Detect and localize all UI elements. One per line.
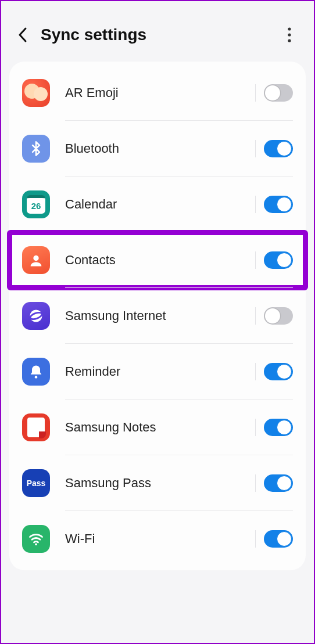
list-item: Bluetooth [9,121,306,177]
bluetooth-icon [22,135,50,163]
sync-item-label: Wi-Fi [65,531,249,546]
sync-item-calendar[interactable]: 26 Calendar [9,177,306,232]
sync-item-samsung-internet[interactable]: Samsung Internet [9,288,306,344]
samsung-internet-icon [22,302,50,330]
list-item: Samsung Notes [9,400,306,455]
list-item: Reminder [9,344,306,400]
list-item: Pass Samsung Pass [9,455,306,511]
sync-item-label: AR Emoji [65,85,249,100]
sync-item-label: Bluetooth [65,141,249,156]
svg-point-0 [288,27,291,30]
page-title: Sync settings [41,26,279,44]
sync-item-contacts[interactable]: Contacts [9,232,306,288]
samsung-notes-icon [22,413,50,441]
svg-point-3 [33,256,38,261]
sync-item-label: Samsung Pass [65,476,249,491]
list-item: Contacts [9,232,306,288]
list-item: 26 Calendar [9,177,306,232]
contacts-icon [22,246,50,274]
sync-list-card: AR Emoji Bluetooth 26 [9,62,306,570]
wifi-icon [22,525,50,553]
more-vertical-icon [288,27,291,42]
samsung-pass-icon: Pass [22,469,50,497]
sync-item-label: Contacts [65,253,249,268]
sync-item-samsung-notes[interactable]: Samsung Notes [9,400,306,455]
toggle-calendar[interactable] [264,196,293,213]
svg-point-6 [35,376,38,379]
reminder-icon [22,358,50,386]
sync-item-label: Samsung Internet [65,308,249,323]
sync-item-wifi[interactable]: Wi-Fi [9,511,306,567]
toggle-bluetooth[interactable] [264,140,293,157]
more-options-button[interactable] [279,24,300,45]
divider [65,287,293,288]
divider-vertical [255,530,256,548]
calendar-icon: 26 [22,190,50,218]
divider-vertical [255,196,256,213]
divider-vertical [255,140,256,157]
toggle-ar-emoji[interactable] [264,84,293,102]
divider-vertical [255,474,256,492]
calendar-day-number: 26 [27,195,45,214]
list-item: AR Emoji [9,65,306,121]
toggle-contacts[interactable] [264,251,293,269]
sync-item-label: Samsung Notes [65,420,249,435]
toggle-wifi[interactable] [264,530,293,548]
svg-point-7 [35,543,37,545]
divider-vertical [255,419,256,436]
divider-vertical [255,251,256,269]
sync-item-samsung-pass[interactable]: Pass Samsung Pass [9,455,306,511]
divider-vertical [255,307,256,325]
sync-item-label: Calendar [65,197,249,212]
toggle-samsung-internet[interactable] [264,307,293,325]
settings-screen: Sync settings AR Emoji [1,1,314,643]
pass-icon-text: Pass [27,478,46,488]
list-item: Wi-Fi [9,511,306,567]
ar-emoji-icon [22,79,50,107]
svg-point-1 [288,33,291,36]
toggle-reminder[interactable] [264,363,293,380]
toggle-samsung-pass[interactable] [264,474,293,492]
toggle-samsung-notes[interactable] [264,419,293,436]
header-bar: Sync settings [9,12,306,62]
sync-item-label: Reminder [65,364,249,379]
divider-vertical [255,363,256,380]
sync-item-ar-emoji[interactable]: AR Emoji [9,65,306,121]
sync-item-reminder[interactable]: Reminder [9,344,306,400]
chevron-left-icon [17,27,29,43]
sync-item-bluetooth[interactable]: Bluetooth [9,121,306,177]
back-button[interactable] [13,24,34,45]
svg-point-2 [288,39,291,42]
divider-vertical [255,84,256,102]
list-item: Samsung Internet [9,288,306,344]
